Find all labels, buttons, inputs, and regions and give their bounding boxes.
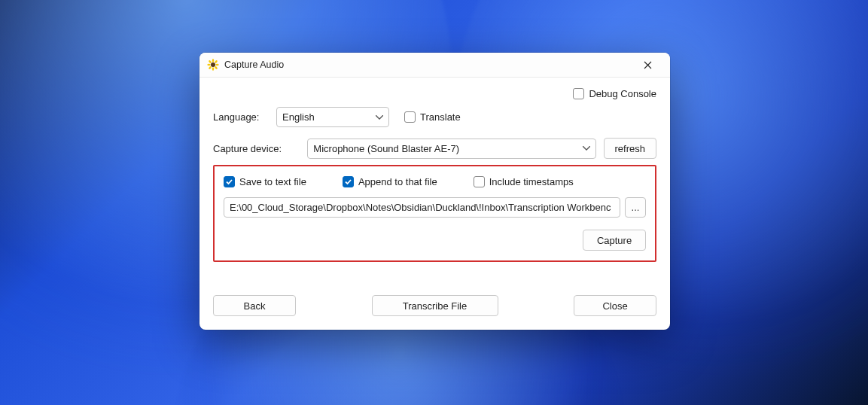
svg-point-4: [215, 64, 218, 66]
transcribe-file-button[interactable]: Transcribe File: [372, 295, 498, 316]
checkbox-icon: [474, 176, 485, 187]
append-to-file-checkbox[interactable]: Append to that file: [343, 176, 437, 187]
svg-point-0: [211, 62, 215, 67]
svg-point-3: [207, 64, 210, 66]
checkbox-icon: [343, 176, 354, 187]
checkbox-icon: [224, 176, 235, 187]
capture-device-label: Capture device:: [213, 143, 307, 154]
include-timestamps-checkbox[interactable]: Include timestamps: [474, 176, 574, 187]
debug-console-label: Debug Console: [589, 88, 656, 99]
sunflower-icon: [207, 59, 219, 71]
translate-checkbox[interactable]: Translate: [404, 111, 461, 123]
language-select[interactable]: English: [276, 107, 389, 127]
save-to-file-checkbox[interactable]: Save to text file: [224, 176, 306, 187]
save-options-panel: Save to text file Append to that file In…: [213, 165, 656, 262]
svg-point-1: [212, 59, 215, 62]
window-title: Capture Audio: [224, 59, 631, 70]
browse-path-button[interactable]: ...: [625, 197, 646, 218]
include-timestamps-label: Include timestamps: [489, 176, 574, 187]
checkbox-icon: [404, 111, 416, 123]
debug-console-checkbox[interactable]: Debug Console: [573, 88, 656, 99]
svg-point-6: [215, 60, 218, 64]
save-to-file-label: Save to text file: [239, 176, 306, 187]
svg-point-7: [209, 66, 212, 70]
append-to-file-label: Append to that file: [358, 176, 437, 187]
dialog-content: Debug Console Language: English Translat…: [199, 78, 670, 330]
back-button[interactable]: Back: [213, 295, 296, 316]
capture-button[interactable]: Capture: [583, 230, 646, 251]
checkbox-icon: [573, 88, 584, 99]
window-close-button[interactable]: [631, 53, 664, 76]
language-label: Language:: [213, 111, 276, 123]
translate-label: Translate: [420, 111, 461, 123]
close-icon: [644, 61, 652, 69]
svg-point-8: [215, 66, 218, 70]
capture-device-select[interactable]: Microphone (Sound Blaster AE-7): [307, 139, 595, 159]
capture-audio-dialog: Capture Audio Debug Console Language: En…: [199, 53, 670, 330]
close-button[interactable]: Close: [574, 295, 656, 316]
svg-point-5: [209, 60, 212, 64]
output-path-input[interactable]: [224, 197, 620, 218]
refresh-button[interactable]: refresh: [604, 138, 656, 159]
titlebar: Capture Audio: [199, 53, 670, 78]
svg-point-2: [212, 67, 215, 70]
